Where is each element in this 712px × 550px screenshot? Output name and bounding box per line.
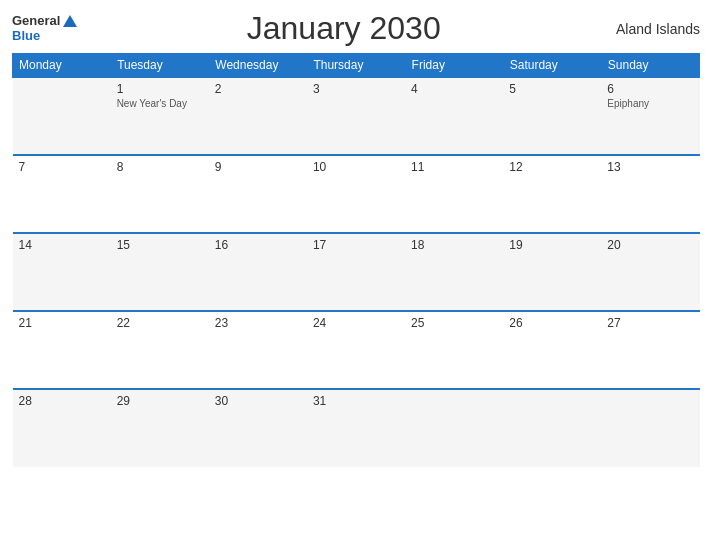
calendar-cell: 9 [209, 155, 307, 233]
calendar-cell: 17 [307, 233, 405, 311]
day-number: 9 [215, 160, 301, 174]
day-number: 13 [607, 160, 693, 174]
day-number: 28 [19, 394, 105, 408]
day-number: 7 [19, 160, 105, 174]
day-number: 18 [411, 238, 497, 252]
calendar-cell: 25 [405, 311, 503, 389]
calendar-cell: 16 [209, 233, 307, 311]
calendar-cell: 3 [307, 77, 405, 155]
calendar-cell: 24 [307, 311, 405, 389]
region-label: Aland Islands [610, 21, 700, 37]
calendar-cell: 21 [13, 311, 111, 389]
day-number: 14 [19, 238, 105, 252]
calendar-cell: 22 [111, 311, 209, 389]
weekday-header-row: MondayTuesdayWednesdayThursdayFridaySatu… [13, 54, 700, 78]
weekday-header-friday: Friday [405, 54, 503, 78]
day-number: 15 [117, 238, 203, 252]
day-number: 17 [313, 238, 399, 252]
week-row-3: 14151617181920 [13, 233, 700, 311]
day-number: 6 [607, 82, 693, 96]
calendar-cell [503, 389, 601, 467]
calendar-cell: 29 [111, 389, 209, 467]
calendar-header: General Blue January 2030 Aland Islands [12, 10, 700, 47]
calendar-cell: 1New Year's Day [111, 77, 209, 155]
logo: General Blue [12, 14, 77, 43]
calendar-container: General Blue January 2030 Aland Islands … [0, 0, 712, 550]
calendar-cell: 10 [307, 155, 405, 233]
calendar-cell: 23 [209, 311, 307, 389]
calendar-cell: 28 [13, 389, 111, 467]
day-number: 12 [509, 160, 595, 174]
weekday-header-wednesday: Wednesday [209, 54, 307, 78]
calendar-cell: 11 [405, 155, 503, 233]
calendar-cell: 6Epiphany [601, 77, 699, 155]
calendar-cell: 12 [503, 155, 601, 233]
weekday-header-sunday: Sunday [601, 54, 699, 78]
day-number: 11 [411, 160, 497, 174]
day-number: 8 [117, 160, 203, 174]
day-number: 31 [313, 394, 399, 408]
calendar-cell: 27 [601, 311, 699, 389]
day-number: 21 [19, 316, 105, 330]
logo-general-text: General [12, 14, 60, 28]
calendar-cell [601, 389, 699, 467]
calendar-grid: MondayTuesdayWednesdayThursdayFridaySatu… [12, 53, 700, 467]
calendar-cell: 30 [209, 389, 307, 467]
calendar-cell: 13 [601, 155, 699, 233]
day-number: 2 [215, 82, 301, 96]
logo-blue-text: Blue [12, 29, 40, 43]
calendar-body: 1New Year's Day23456Epiphany789101112131… [13, 77, 700, 467]
week-row-4: 21222324252627 [13, 311, 700, 389]
day-number: 27 [607, 316, 693, 330]
calendar-cell: 18 [405, 233, 503, 311]
logo-triangle-icon [63, 15, 77, 27]
calendar-cell [405, 389, 503, 467]
calendar-title: January 2030 [247, 10, 441, 47]
day-number: 16 [215, 238, 301, 252]
calendar-cell: 5 [503, 77, 601, 155]
day-number: 1 [117, 82, 203, 96]
calendar-cell: 19 [503, 233, 601, 311]
calendar-cell [13, 77, 111, 155]
day-number: 26 [509, 316, 595, 330]
day-number: 19 [509, 238, 595, 252]
day-number: 10 [313, 160, 399, 174]
calendar-cell: 2 [209, 77, 307, 155]
weekday-header-tuesday: Tuesday [111, 54, 209, 78]
calendar-cell: 7 [13, 155, 111, 233]
calendar-cell: 20 [601, 233, 699, 311]
day-number: 3 [313, 82, 399, 96]
weekday-header-thursday: Thursday [307, 54, 405, 78]
weekday-header-monday: Monday [13, 54, 111, 78]
day-number: 20 [607, 238, 693, 252]
calendar-cell: 14 [13, 233, 111, 311]
calendar-cell: 4 [405, 77, 503, 155]
week-row-1: 1New Year's Day23456Epiphany [13, 77, 700, 155]
week-row-5: 28293031 [13, 389, 700, 467]
day-number: 24 [313, 316, 399, 330]
holiday-name: New Year's Day [117, 98, 203, 109]
day-number: 23 [215, 316, 301, 330]
day-number: 25 [411, 316, 497, 330]
calendar-cell: 31 [307, 389, 405, 467]
day-number: 29 [117, 394, 203, 408]
calendar-cell: 26 [503, 311, 601, 389]
day-number: 4 [411, 82, 497, 96]
day-number: 22 [117, 316, 203, 330]
calendar-cell: 8 [111, 155, 209, 233]
holiday-name: Epiphany [607, 98, 693, 109]
week-row-2: 78910111213 [13, 155, 700, 233]
calendar-cell: 15 [111, 233, 209, 311]
weekday-header-saturday: Saturday [503, 54, 601, 78]
day-number: 5 [509, 82, 595, 96]
calendar-header-row: MondayTuesdayWednesdayThursdayFridaySatu… [13, 54, 700, 78]
day-number: 30 [215, 394, 301, 408]
